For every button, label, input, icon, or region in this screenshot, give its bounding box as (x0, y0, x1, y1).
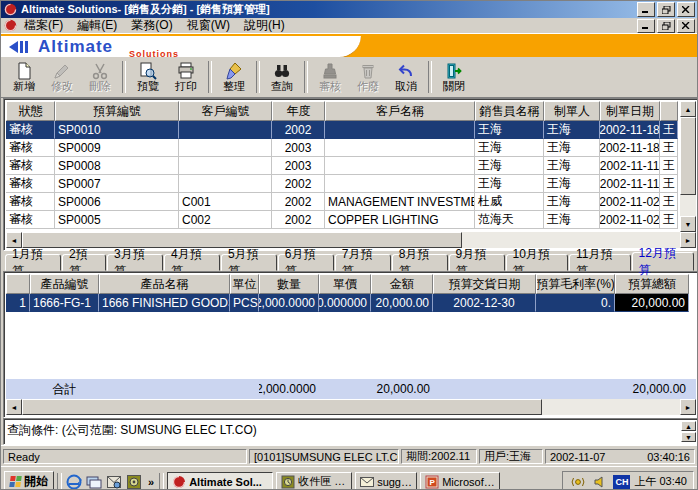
outlook-icon[interactable] (105, 473, 123, 490)
close-button[interactable] (677, 2, 695, 17)
taskbar-task-4[interactable]: PMicrosoft P... (420, 472, 500, 490)
menu-item-5[interactable]: 說明(H) (237, 18, 292, 32)
restore-button[interactable] (657, 2, 675, 17)
status-company: [0101]SUMSUNG ELEC LT.CO (249, 449, 399, 464)
scrollbar-thumb[interactable] (680, 117, 696, 195)
toolbar-button-exit-door[interactable]: 關閉 (435, 60, 473, 95)
show-desktop-icon[interactable] (85, 473, 103, 490)
tab-month-12[interactable]: 12月預算 (632, 252, 694, 271)
tab-month-11[interactable]: 11月預算 (569, 254, 631, 271)
table-row[interactable]: 11666-FG-11666 FINISHED GOODSPCS2,000.00… (6, 294, 696, 312)
inbox-icon (281, 475, 295, 489)
toolbar-button-label: 整理 (223, 80, 245, 93)
toolbar-button-binoculars[interactable]: 查詢 (263, 60, 301, 95)
cell-customer_name: MANAGEMENT INVESTMENT & TEC (325, 193, 475, 211)
tab-month-8[interactable]: 8月預算 (392, 254, 448, 271)
toolbar-button-label: 作廢 (357, 80, 379, 93)
cell-year: 2002 (272, 121, 325, 139)
document-icon[interactable] (3, 19, 17, 33)
table-row[interactable]: 審核SP0006C0012002MANAGEMENT INVESTMENT & … (6, 193, 680, 211)
taskbar-task-1[interactable]: Altimate Sol... (167, 472, 273, 490)
table-row[interactable]: 審核SP0005C0022002COPPER LIGHTING范海天王海2002… (6, 211, 680, 229)
cell-budget_no: SP0006 (55, 193, 179, 211)
table-row[interactable]: 審核SP00102002王海王海2002-11-18王 (6, 121, 680, 139)
column-header-3: 單位 (230, 274, 259, 294)
signal-icon[interactable] (569, 473, 587, 490)
toolbar-button-printer[interactable]: 打印 (167, 60, 205, 95)
ime-language-badge[interactable]: CH (613, 475, 630, 489)
toolbar-button-preview[interactable]: 預覽 (129, 60, 167, 95)
quick-launch-overflow[interactable]: » (146, 476, 156, 488)
toolbar-button-undo[interactable]: 取消 (387, 60, 425, 95)
tab-month-5[interactable]: 5月預算 (221, 254, 277, 271)
vertical-scrollbar[interactable]: ▲▼ (680, 101, 696, 232)
scroll-up-icon[interactable]: ▲ (680, 101, 696, 117)
cell-overflow: 王 (660, 175, 678, 193)
scroll-track[interactable] (542, 399, 680, 415)
toolbar-button-pencil: 修改 (43, 60, 81, 95)
toolbar-button-new-document[interactable]: 新增 (5, 60, 43, 95)
cell-maker: 王海 (544, 193, 600, 211)
tab-month-9[interactable]: 9月預算 (449, 254, 505, 271)
taskbar-separator-2 (159, 473, 164, 490)
app-logo-icon (3, 3, 17, 17)
brand-mark-icon (9, 41, 28, 53)
column-header-overflow (660, 101, 678, 121)
column-header-1: 產品編號 (30, 274, 99, 294)
cell-salesman: 范海天 (475, 211, 544, 229)
toolbar-separator (122, 61, 126, 93)
cell-customer_no (179, 139, 272, 157)
toolbar-button-stamp: 審核 (311, 60, 349, 95)
toolbar-button-label: 刪除 (89, 80, 111, 93)
scroll-right-icon[interactable]: ► (680, 399, 696, 415)
cell-customer_no: C001 (179, 193, 272, 211)
tab-month-3[interactable]: 3月預算 (107, 254, 163, 271)
scrollbar-thumb[interactable] (22, 399, 542, 415)
volume-icon[interactable] (591, 473, 609, 490)
cell-salesman: 王海 (475, 121, 544, 139)
quick-launch (65, 473, 143, 490)
media-icon[interactable] (125, 473, 143, 490)
scroll-up-icon[interactable]: ▲ (681, 421, 696, 431)
menu-item-3[interactable]: 業務(O) (124, 18, 179, 32)
mdi-close-button[interactable] (677, 19, 695, 33)
menu-item-2[interactable]: 編輯(E) (70, 18, 124, 32)
row-number-header (6, 274, 30, 294)
cell-budget_no: SP0010 (55, 121, 179, 139)
taskbar-task-3[interactable]: suggestions ... (355, 472, 417, 490)
table-row[interactable]: 審核SP00092003王海王海2002-11-18王 (6, 139, 680, 157)
task-label: suggestions ... (377, 476, 412, 488)
start-button[interactable]: 開始 (4, 471, 54, 490)
table-row[interactable]: 審核SP00072002王海王海2002-11-11王 (6, 175, 680, 193)
tab-month-2[interactable]: 2預算 (62, 254, 106, 271)
tab-month-1[interactable]: 1月預算 (5, 254, 61, 271)
tab-month-6[interactable]: 6月預算 (278, 254, 334, 271)
scroll-track[interactable] (680, 195, 696, 216)
scroll-down-icon[interactable]: ▼ (680, 216, 696, 232)
toolbar-separator (304, 61, 308, 93)
menu-item-4[interactable]: 視窗(W) (180, 18, 237, 32)
status-date: 2002-11-07 (550, 451, 605, 463)
tab-month-7[interactable]: 7月預算 (335, 254, 391, 271)
task-label: Microsoft P... (442, 476, 495, 488)
minimize-button[interactable] (637, 2, 655, 17)
cell-budget_no: SP0009 (55, 139, 179, 157)
scroll-left-icon[interactable]: ◄ (6, 399, 22, 415)
menu-item-1[interactable]: 檔案(F) (17, 18, 70, 32)
tab-month-10[interactable]: 10月預算 (506, 254, 568, 271)
trash-icon (359, 61, 377, 80)
tab-month-4[interactable]: 4月預算 (164, 254, 220, 271)
ie-icon[interactable] (65, 473, 83, 490)
mdi-restore-button[interactable] (657, 19, 675, 33)
table-row[interactable]: 審核SP00082003王海王海2002-11-11王 (6, 157, 680, 175)
toolbar-button-brush[interactable]: 整理 (215, 60, 253, 95)
taskbar-task-2[interactable]: 收件匣 - M... (276, 472, 352, 490)
status-datetime: 2002-11-07 03:40:16 (545, 449, 695, 464)
horizontal-scrollbar[interactable]: ◄► (6, 399, 696, 415)
cell-overflow: 王 (660, 121, 678, 139)
scroll-down-icon[interactable]: ▼ (681, 432, 696, 442)
column-header-7: 制單人 (544, 101, 600, 121)
toolbar-separator (428, 61, 432, 93)
brand-swoosh: Altimate Solutions (1, 36, 361, 58)
mdi-minimize-button[interactable] (637, 19, 655, 33)
